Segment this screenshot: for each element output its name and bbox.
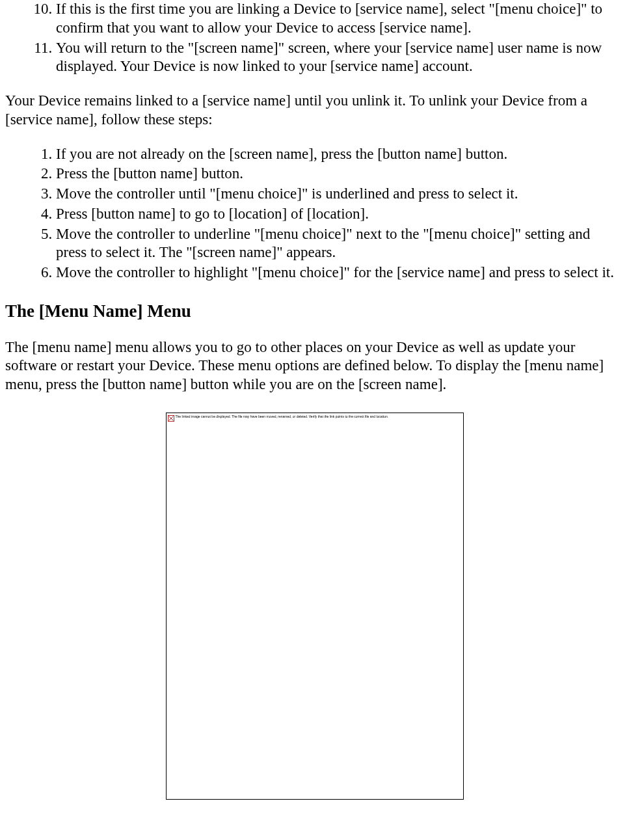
broken-image-text: The linked image cannot be displayed. Th…: [176, 414, 389, 418]
list-item: Move the controller until "[menu choice]…: [56, 185, 624, 204]
list-item: If this is the first time you are linkin…: [56, 0, 624, 38]
list-item: You will return to the "[screen name]" s…: [56, 39, 624, 77]
list-item: If you are not already on the [screen na…: [56, 145, 624, 164]
image-placeholder-frame: The linked image cannot be displayed. Th…: [166, 413, 464, 800]
list-item: Press [button name] to go to [location] …: [56, 205, 624, 224]
broken-image-notice: The linked image cannot be displayed. Th…: [168, 414, 389, 422]
linking-steps-list: If this is the first time you are linkin…: [5, 0, 624, 76]
menu-section-heading: The [Menu Name] Menu: [5, 301, 624, 323]
list-item: Move the controller to highlight "[menu …: [56, 264, 624, 282]
list-item: Press the [button name] button.: [56, 165, 624, 183]
unlink-intro-paragraph: Your Device remains linked to a [service…: [5, 92, 624, 129]
list-item: Move the controller to underline "[menu …: [56, 225, 624, 263]
menu-description-paragraph: The [menu name] menu allows you to go to…: [5, 338, 624, 394]
unlink-steps-list: If you are not already on the [screen na…: [5, 145, 624, 282]
broken-image-icon: [168, 415, 174, 422]
